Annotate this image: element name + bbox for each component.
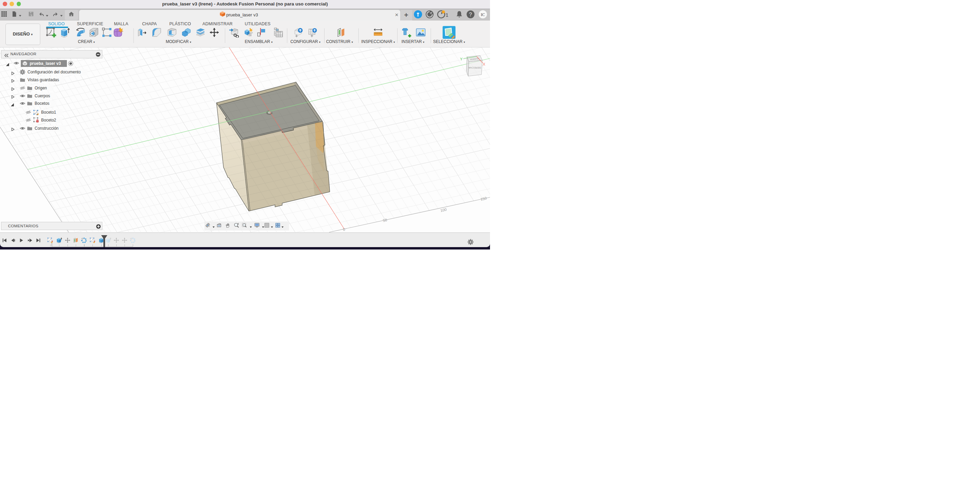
svg-text:Y: Y [460,57,463,61]
svg-text:100: 100 [440,207,447,213]
svg-text:50: 50 [382,218,387,223]
svg-text:150: 150 [480,196,487,201]
svg-text:0: 0 [343,227,345,232]
svg-text:DERECHA: DERECHA [468,66,481,69]
svg-text:?: ? [469,11,472,17]
svg-text:X: X [483,62,485,66]
svg-text:IC: IC [481,12,485,17]
